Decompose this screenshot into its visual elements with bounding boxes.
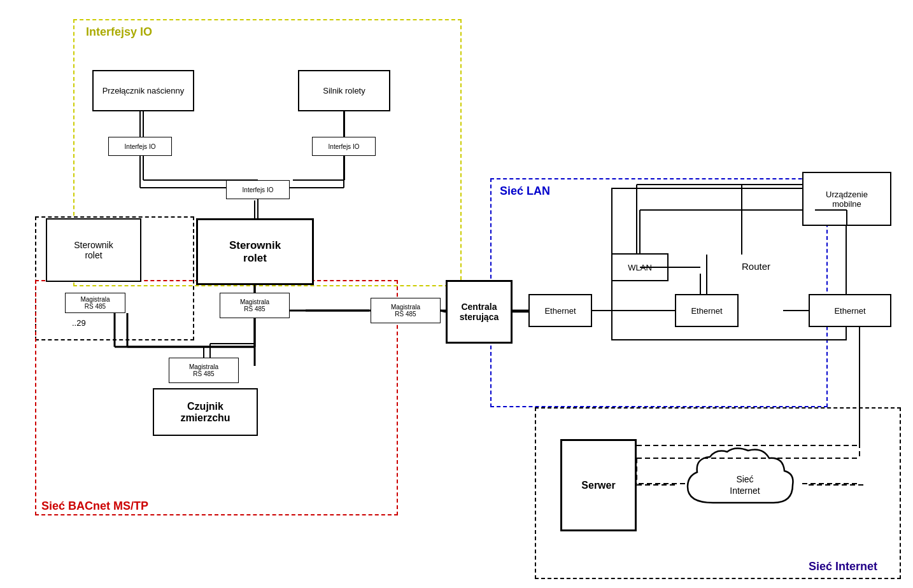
box-magistrala-1: MagistralaRS 485 [65, 293, 125, 313]
cloud-internet: Sieć Internet [675, 445, 815, 522]
box-centrala: Centralasterująca [446, 280, 513, 344]
svg-text:Sieć: Sieć [736, 474, 753, 484]
box-silnik: Silnik rolety [298, 70, 390, 111]
box-magistrala-2: MagistralaRS 485 [220, 293, 290, 318]
box-urzadzenie-mobilne: Urządzeniemobilne [802, 172, 891, 226]
box-magistrala-4: MagistralaRS 485 [371, 298, 441, 323]
box-sterownik-main: Sterownikrolet [196, 218, 314, 285]
box-sterownik-left: Sterownikrolet [46, 218, 141, 282]
svg-line-45 [441, 311, 446, 312]
diagram: Interfejsy IO Sieć BACnet MS/TP Sieć LAN… [0, 0, 913, 588]
svg-text:Internet: Internet [730, 486, 760, 496]
box-czujnik: Czujnikzmierzchu [153, 388, 258, 436]
box-interfejs-io-3: Interfejs IO [226, 180, 290, 199]
box-magistrala-3: MagistralaRS 485 [169, 358, 239, 383]
box-przelacznik: Przełącznik naścienny [92, 70, 194, 111]
label-internet: Sieć Internet [809, 560, 877, 573]
box-interfejs-io-2: Interfejs IO [312, 137, 376, 156]
box-ethernet-3: Ethernet [809, 294, 891, 327]
box-ethernet-1: Ethernet [528, 294, 592, 327]
label-lan: Sieć LAN [500, 185, 550, 198]
box-interfejs-io-1: Interfejs IO [108, 137, 172, 156]
box-serwer: Serwer [560, 439, 637, 531]
label-bacnet: Sieć BACnet MS/TP [41, 500, 148, 513]
label-dotdot29: ..29 [72, 318, 86, 328]
label-io: Interfejsy IO [86, 25, 152, 39]
